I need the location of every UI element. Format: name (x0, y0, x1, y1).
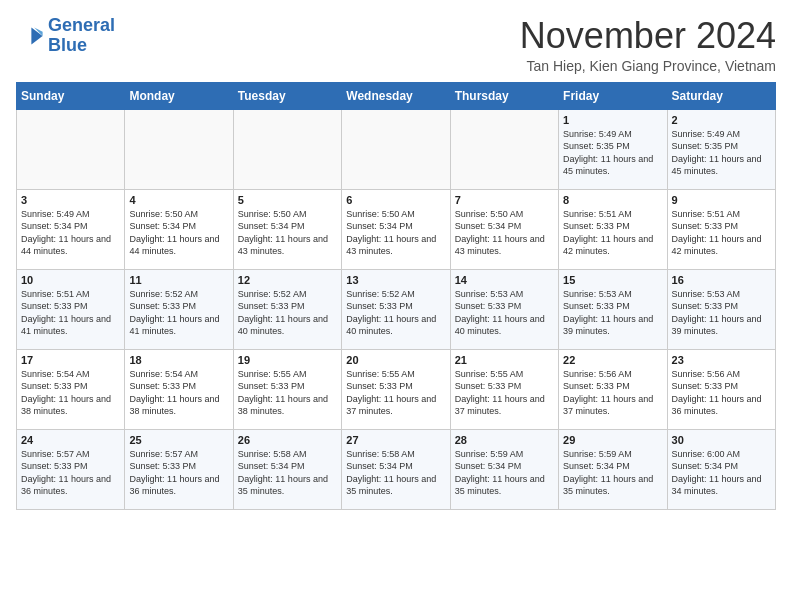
header-thursday: Thursday (450, 82, 558, 109)
day-cell: 6Sunrise: 5:50 AMSunset: 5:34 PMDaylight… (342, 189, 450, 269)
calendar-table: SundayMondayTuesdayWednesdayThursdayFrid… (16, 82, 776, 510)
day-info: Sunrise: 5:51 AMSunset: 5:33 PMDaylight:… (21, 288, 120, 338)
day-cell (125, 109, 233, 189)
day-cell (450, 109, 558, 189)
day-info: Sunrise: 5:56 AMSunset: 5:33 PMDaylight:… (563, 368, 662, 418)
day-info: Sunrise: 5:53 AMSunset: 5:33 PMDaylight:… (455, 288, 554, 338)
day-number: 8 (563, 194, 662, 206)
day-cell: 9Sunrise: 5:51 AMSunset: 5:33 PMDaylight… (667, 189, 775, 269)
day-info: Sunrise: 5:51 AMSunset: 5:33 PMDaylight:… (672, 208, 771, 258)
day-cell: 21Sunrise: 5:55 AMSunset: 5:33 PMDayligh… (450, 349, 558, 429)
day-number: 16 (672, 274, 771, 286)
day-cell: 1Sunrise: 5:49 AMSunset: 5:35 PMDaylight… (559, 109, 667, 189)
day-number: 6 (346, 194, 445, 206)
day-info: Sunrise: 5:57 AMSunset: 5:33 PMDaylight:… (129, 448, 228, 498)
day-number: 10 (21, 274, 120, 286)
logo-text: General Blue (48, 16, 115, 56)
day-number: 26 (238, 434, 337, 446)
day-info: Sunrise: 5:55 AMSunset: 5:33 PMDaylight:… (455, 368, 554, 418)
header-wednesday: Wednesday (342, 82, 450, 109)
day-cell: 8Sunrise: 5:51 AMSunset: 5:33 PMDaylight… (559, 189, 667, 269)
week-row-2: 3Sunrise: 5:49 AMSunset: 5:34 PMDaylight… (17, 189, 776, 269)
day-info: Sunrise: 5:50 AMSunset: 5:34 PMDaylight:… (346, 208, 445, 258)
day-number: 9 (672, 194, 771, 206)
day-cell: 25Sunrise: 5:57 AMSunset: 5:33 PMDayligh… (125, 429, 233, 509)
day-number: 19 (238, 354, 337, 366)
day-number: 4 (129, 194, 228, 206)
day-number: 14 (455, 274, 554, 286)
location: Tan Hiep, Kien Giang Province, Vietnam (520, 58, 776, 74)
week-row-4: 17Sunrise: 5:54 AMSunset: 5:33 PMDayligh… (17, 349, 776, 429)
day-cell (233, 109, 341, 189)
day-cell (17, 109, 125, 189)
day-info: Sunrise: 5:53 AMSunset: 5:33 PMDaylight:… (672, 288, 771, 338)
day-cell: 17Sunrise: 5:54 AMSunset: 5:33 PMDayligh… (17, 349, 125, 429)
day-number: 25 (129, 434, 228, 446)
day-cell: 16Sunrise: 5:53 AMSunset: 5:33 PMDayligh… (667, 269, 775, 349)
day-cell: 7Sunrise: 5:50 AMSunset: 5:34 PMDaylight… (450, 189, 558, 269)
day-info: Sunrise: 5:52 AMSunset: 5:33 PMDaylight:… (346, 288, 445, 338)
day-info: Sunrise: 5:52 AMSunset: 5:33 PMDaylight:… (238, 288, 337, 338)
day-info: Sunrise: 5:54 AMSunset: 5:33 PMDaylight:… (129, 368, 228, 418)
day-number: 1 (563, 114, 662, 126)
day-info: Sunrise: 5:55 AMSunset: 5:33 PMDaylight:… (238, 368, 337, 418)
day-info: Sunrise: 5:49 AMSunset: 5:34 PMDaylight:… (21, 208, 120, 258)
day-info: Sunrise: 5:50 AMSunset: 5:34 PMDaylight:… (129, 208, 228, 258)
day-cell: 2Sunrise: 5:49 AMSunset: 5:35 PMDaylight… (667, 109, 775, 189)
day-number: 30 (672, 434, 771, 446)
week-row-3: 10Sunrise: 5:51 AMSunset: 5:33 PMDayligh… (17, 269, 776, 349)
day-cell: 18Sunrise: 5:54 AMSunset: 5:33 PMDayligh… (125, 349, 233, 429)
logo-line1: General (48, 15, 115, 35)
day-number: 21 (455, 354, 554, 366)
day-info: Sunrise: 5:59 AMSunset: 5:34 PMDaylight:… (563, 448, 662, 498)
day-cell: 12Sunrise: 5:52 AMSunset: 5:33 PMDayligh… (233, 269, 341, 349)
day-info: Sunrise: 5:56 AMSunset: 5:33 PMDaylight:… (672, 368, 771, 418)
day-info: Sunrise: 5:50 AMSunset: 5:34 PMDaylight:… (238, 208, 337, 258)
header-monday: Monday (125, 82, 233, 109)
day-number: 27 (346, 434, 445, 446)
day-cell: 13Sunrise: 5:52 AMSunset: 5:33 PMDayligh… (342, 269, 450, 349)
day-number: 22 (563, 354, 662, 366)
day-number: 28 (455, 434, 554, 446)
day-number: 24 (21, 434, 120, 446)
day-info: Sunrise: 5:49 AMSunset: 5:35 PMDaylight:… (672, 128, 771, 178)
day-cell: 27Sunrise: 5:58 AMSunset: 5:34 PMDayligh… (342, 429, 450, 509)
day-number: 13 (346, 274, 445, 286)
day-cell: 23Sunrise: 5:56 AMSunset: 5:33 PMDayligh… (667, 349, 775, 429)
day-cell: 26Sunrise: 5:58 AMSunset: 5:34 PMDayligh… (233, 429, 341, 509)
header-friday: Friday (559, 82, 667, 109)
page-header: General Blue November 2024 Tan Hiep, Kie… (16, 16, 776, 74)
header-saturday: Saturday (667, 82, 775, 109)
day-cell: 22Sunrise: 5:56 AMSunset: 5:33 PMDayligh… (559, 349, 667, 429)
day-number: 3 (21, 194, 120, 206)
day-number: 29 (563, 434, 662, 446)
day-number: 5 (238, 194, 337, 206)
day-info: Sunrise: 5:53 AMSunset: 5:33 PMDaylight:… (563, 288, 662, 338)
day-info: Sunrise: 5:59 AMSunset: 5:34 PMDaylight:… (455, 448, 554, 498)
day-number: 15 (563, 274, 662, 286)
day-cell (342, 109, 450, 189)
logo-line2: Blue (48, 35, 87, 55)
day-cell: 29Sunrise: 5:59 AMSunset: 5:34 PMDayligh… (559, 429, 667, 509)
week-row-5: 24Sunrise: 5:57 AMSunset: 5:33 PMDayligh… (17, 429, 776, 509)
day-cell: 24Sunrise: 5:57 AMSunset: 5:33 PMDayligh… (17, 429, 125, 509)
week-row-1: 1Sunrise: 5:49 AMSunset: 5:35 PMDaylight… (17, 109, 776, 189)
day-cell: 28Sunrise: 5:59 AMSunset: 5:34 PMDayligh… (450, 429, 558, 509)
day-info: Sunrise: 5:51 AMSunset: 5:33 PMDaylight:… (563, 208, 662, 258)
header-sunday: Sunday (17, 82, 125, 109)
day-info: Sunrise: 5:58 AMSunset: 5:34 PMDaylight:… (346, 448, 445, 498)
day-number: 18 (129, 354, 228, 366)
header-tuesday: Tuesday (233, 82, 341, 109)
day-info: Sunrise: 5:58 AMSunset: 5:34 PMDaylight:… (238, 448, 337, 498)
logo-icon (16, 22, 44, 50)
day-number: 17 (21, 354, 120, 366)
day-info: Sunrise: 5:50 AMSunset: 5:34 PMDaylight:… (455, 208, 554, 258)
day-cell: 10Sunrise: 5:51 AMSunset: 5:33 PMDayligh… (17, 269, 125, 349)
day-info: Sunrise: 6:00 AMSunset: 5:34 PMDaylight:… (672, 448, 771, 498)
day-cell: 14Sunrise: 5:53 AMSunset: 5:33 PMDayligh… (450, 269, 558, 349)
day-number: 7 (455, 194, 554, 206)
day-info: Sunrise: 5:57 AMSunset: 5:33 PMDaylight:… (21, 448, 120, 498)
day-number: 23 (672, 354, 771, 366)
day-cell: 5Sunrise: 5:50 AMSunset: 5:34 PMDaylight… (233, 189, 341, 269)
month-title: November 2024 (520, 16, 776, 56)
